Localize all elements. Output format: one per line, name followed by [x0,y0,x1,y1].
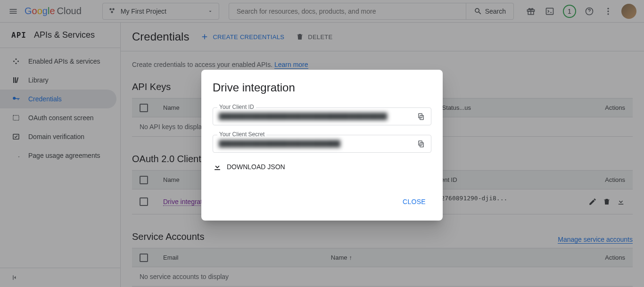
oauth-client-modal: Drive integration Your Client ID Your Cl… [201,70,443,221]
download-json-label: DOWNLOAD JSON [227,163,285,171]
modal-overlay[interactable]: Drive integration Your Client ID Your Cl… [0,0,644,287]
modal-title: Drive integration [213,81,431,94]
copy-icon[interactable] [415,110,427,123]
download-json-button[interactable]: DOWNLOAD JSON [213,162,431,172]
client-id-label: Your Client ID [217,104,256,110]
copy-icon[interactable] [415,138,427,150]
client-id-input[interactable] [219,113,415,120]
client-secret-label: Your Client Secret [217,131,266,138]
download-icon [213,162,222,172]
client-secret-input[interactable] [219,140,415,148]
client-id-field: Your Client ID [213,107,431,125]
client-secret-field: Your Client Secret [213,135,431,153]
close-button[interactable]: CLOSE [397,194,431,209]
